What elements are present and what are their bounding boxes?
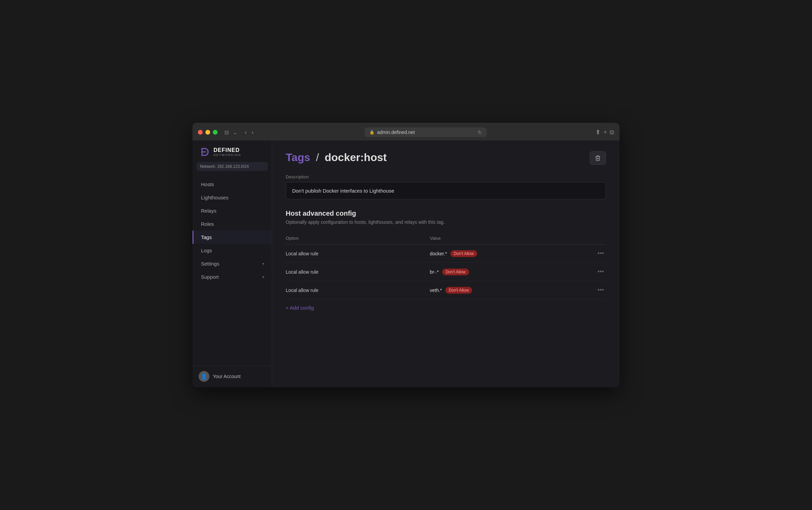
sidebar-item-relays[interactable]: Relays (192, 204, 272, 217)
chevron-down-icon: ▾ (262, 275, 264, 279)
sidebar-item-support[interactable]: Support▾ (192, 270, 272, 283)
back-button[interactable]: ‹ (243, 128, 249, 137)
traffic-lights (198, 130, 218, 135)
fullscreen-button[interactable] (213, 130, 218, 135)
browser-actions: ⬆ + ⧉ (595, 129, 614, 136)
row-value-1: br-.* Don't Allow (430, 263, 574, 281)
sidebar-item-label-roles: Roles (201, 221, 264, 227)
tabs-button[interactable]: ⧉ (610, 129, 614, 136)
row-option-1: Local allow rule (286, 263, 430, 281)
row-value-2: veth.* Don't Allow (430, 281, 574, 299)
table-row: Local allow rule docker.* Don't Allow ••… (286, 244, 606, 263)
sidebar-item-label-support: Support (201, 274, 262, 280)
network-badge: Network: 192.168.123.0/24 (197, 162, 268, 171)
sidebar-item-label-tags: Tags (201, 234, 264, 240)
chevron-down-icon: ▾ (262, 261, 264, 266)
config-table: Option Value Local allow rule docker.* D… (286, 233, 606, 299)
row-actions-2: ••• (574, 281, 606, 299)
description-label: Description (286, 174, 606, 179)
account-label: Your Account (213, 374, 241, 379)
sidebar-item-roles[interactable]: Roles (192, 217, 272, 231)
col-option-header: Option (286, 233, 430, 244)
row-actions-0: ••• (574, 244, 606, 263)
url-text: admin.defined.net (377, 130, 415, 135)
dont-allow-badge-1: Don't Allow (442, 269, 469, 275)
page-title: Tags / docker:host (286, 151, 387, 164)
nav-buttons: ‹ › (243, 128, 256, 137)
dont-allow-badge-0: Don't Allow (450, 250, 477, 257)
share-button[interactable]: ⬆ (595, 129, 601, 136)
sidebar-logo: DEFINED NETWORKING (192, 140, 272, 162)
row-more-button-0[interactable]: ••• (595, 249, 606, 258)
address-bar-wrapper: 🔒 admin.defined.net ↻ (260, 128, 591, 137)
delete-button[interactable] (590, 151, 606, 165)
host-config-desc: Optionally apply configuration to hosts,… (286, 219, 606, 225)
app-body: DEFINED NETWORKING Network: 192.168.123.… (192, 140, 620, 387)
avatar: 👤 (199, 371, 209, 382)
new-tab-button[interactable]: + (603, 129, 607, 136)
add-config-button[interactable]: + Add config (286, 299, 314, 312)
main-content: Tags / docker:host Description Host adva… (272, 140, 620, 387)
table-row: Local allow rule br-.* Don't Allow ••• (286, 263, 606, 281)
col-actions-header (574, 233, 606, 244)
row-more-button-2[interactable]: ••• (595, 286, 606, 294)
page-title-sep: / (316, 151, 322, 163)
refresh-icon[interactable]: ↻ (478, 130, 482, 135)
logo-sub: NETWORKING (214, 153, 241, 157)
page-title-name: docker:host (325, 151, 387, 163)
row-more-button-1[interactable]: ••• (595, 268, 606, 276)
browser-controls: ⊟ ⌄ (223, 129, 239, 136)
logo-text: DEFINED NETWORKING (214, 147, 241, 157)
sidebar-toggle[interactable]: ⊟ (223, 129, 230, 136)
dont-allow-badge-2: Don't Allow (445, 287, 472, 294)
trash-icon (595, 155, 601, 161)
sidebar-item-logs[interactable]: Logs (192, 244, 272, 257)
logo-name: DEFINED (214, 147, 241, 153)
row-actions-1: ••• (574, 263, 606, 281)
table-row: Local allow rule veth.* Don't Allow ••• (286, 281, 606, 299)
sidebar-nav: HostsLighthousesRelaysRolesTagsLogsSetti… (192, 176, 272, 365)
lock-icon: 🔒 (369, 130, 374, 135)
description-input[interactable] (286, 182, 606, 199)
address-bar[interactable]: 🔒 admin.defined.net ↻ (365, 128, 487, 137)
host-config-title: Host advanced config (286, 210, 606, 217)
close-button[interactable] (198, 130, 203, 135)
sidebar-item-lighthouses[interactable]: Lighthouses (192, 191, 272, 204)
row-option-2: Local allow rule (286, 281, 430, 299)
sidebar-item-tags[interactable]: Tags (192, 231, 272, 244)
col-value-header: Value (430, 233, 574, 244)
sidebar-item-label-logs: Logs (201, 248, 264, 253)
sidebar-item-label-hosts: Hosts (201, 181, 264, 187)
forward-button[interactable]: › (249, 128, 256, 137)
browser-chrome: ⊟ ⌄ ‹ › 🔒 admin.defined.net ↻ ⬆ + ⧉ (192, 123, 620, 140)
page-header: Tags / docker:host (286, 151, 606, 165)
sidebar-footer[interactable]: 👤 Your Account (192, 365, 272, 387)
sidebar-item-hosts[interactable]: Hosts (192, 178, 272, 191)
page-title-tag: Tags (286, 151, 310, 163)
sidebar-item-label-settings: Settings (201, 261, 262, 267)
defined-logo-icon (199, 146, 210, 157)
sidebar-chevron[interactable]: ⌄ (231, 129, 239, 136)
browser-window: ⊟ ⌄ ‹ › 🔒 admin.defined.net ↻ ⬆ + ⧉ (192, 123, 620, 387)
sidebar-item-label-lighthouses: Lighthouses (201, 195, 264, 200)
row-option-0: Local allow rule (286, 244, 430, 263)
sidebar: DEFINED NETWORKING Network: 192.168.123.… (192, 140, 272, 387)
sidebar-item-settings[interactable]: Settings▾ (192, 257, 272, 270)
minimize-button[interactable] (205, 130, 210, 135)
sidebar-item-label-relays: Relays (201, 208, 264, 214)
row-value-0: docker.* Don't Allow (430, 244, 574, 263)
